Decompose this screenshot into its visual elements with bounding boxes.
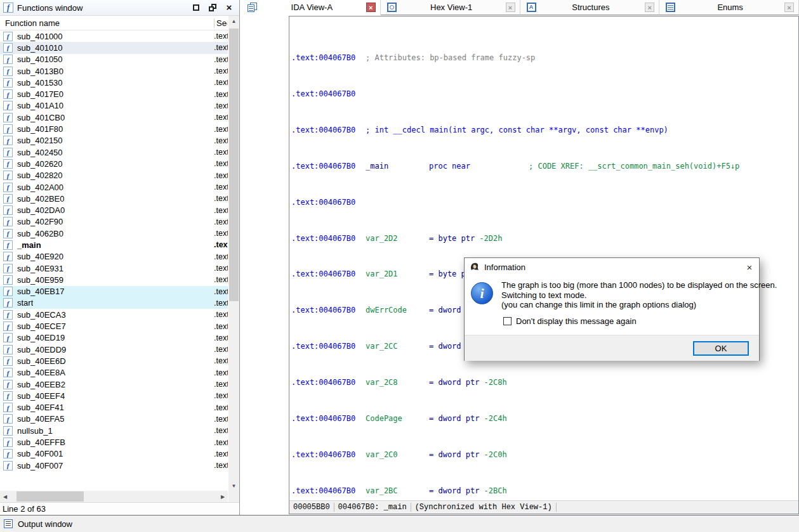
scroll-left-icon[interactable]: ◀: [0, 491, 10, 502]
function-row[interactable]: f sub_401010 .text: [0, 42, 228, 53]
function-icon: f: [3, 380, 13, 389]
function-row[interactable]: f sub_40F007 .text: [0, 460, 228, 471]
disasm-statusbar: 00005BB0 004067B0: _main (Synchronized w…: [289, 500, 798, 514]
function-row[interactable]: f sub_40EDD9 .text: [0, 344, 228, 355]
disasm-line[interactable]: .text:004067B0; Attributes: bp-based fra…: [291, 53, 798, 63]
function-row[interactable]: f sub_402A00 .text: [0, 181, 228, 193]
tab-ida-view-a[interactable]: IDA View-A ×: [241, 0, 381, 15]
function-row[interactable]: f sub_401050 .text: [0, 54, 228, 65]
disasm-value: -2D2h: [479, 234, 502, 243]
function-row[interactable]: f sub_40E931 .text: [0, 263, 228, 274]
disasm-line[interactable]: .text:004067B0; int __cdecl main(int arg…: [291, 126, 798, 135]
function-row[interactable]: f sub_401A10 .text: [0, 100, 228, 112]
disasm-line[interactable]: .text:004067B0var_2C0= dword ptr-2C0h: [291, 450, 798, 460]
function-row[interactable]: f sub_401530 .text: [0, 77, 228, 88]
function-row[interactable]: f sub_40ECA3 .text: [0, 309, 228, 320]
disasm-line[interactable]: .text:004067B0: [291, 198, 798, 207]
tab-enums[interactable]: Enums ×: [659, 0, 799, 15]
function-name-cell: sub_40EE6D: [17, 356, 66, 366]
ok-button[interactable]: OK: [693, 341, 749, 356]
function-row[interactable]: f _main .text: [0, 239, 228, 250]
disasm-address: .text:004067B0: [291, 53, 366, 63]
function-row[interactable]: f sub_40EFA5 .text: [0, 413, 228, 425]
function-row[interactable]: f nullsub_1 .text: [0, 425, 228, 436]
function-row[interactable]: f sub_40EB17 .text: [0, 286, 228, 297]
disasm-line[interactable]: .text:004067B0var_2BC= dword ptr-2BCh: [291, 486, 798, 496]
scroll-up-icon[interactable]: ▲: [228, 16, 239, 26]
function-row[interactable]: f sub_402DA0 .text: [0, 204, 228, 216]
disasm-symbol: CodePage: [366, 414, 429, 424]
function-icon: f: [3, 78, 13, 88]
dont-display-again-checkbox[interactable]: [503, 317, 512, 325]
dialog-close-icon[interactable]: ×: [740, 259, 759, 275]
output-window-tab[interactable]: Output window: [18, 519, 72, 529]
disasm-line[interactable]: .text:004067B0var_2D2= byte ptr-2D2h: [291, 234, 798, 243]
column-header-segment[interactable]: Segment: [214, 18, 227, 28]
function-name-cell: sub_40E931: [17, 264, 63, 273]
tab-close-icon[interactable]: ×: [366, 3, 376, 12]
segment-cell: .text: [214, 322, 228, 331]
function-icon: f: [3, 113, 13, 122]
function-row[interactable]: f sub_402450 .text: [0, 146, 228, 158]
function-icon: f: [3, 287, 13, 296]
function-row[interactable]: f sub_402BE0 .text: [0, 193, 228, 204]
restore-button[interactable]: [208, 3, 218, 13]
disasm-address: .text:004067B0: [291, 269, 366, 279]
function-icon: f: [3, 194, 13, 204]
function-row[interactable]: f sub_40EFFB .text: [0, 436, 228, 448]
function-row[interactable]: f sub_4062B0 .text: [0, 228, 228, 239]
disasm-line[interactable]: .text:004067B0: [291, 89, 798, 99]
column-header-function-name[interactable]: Function name: [5, 18, 60, 28]
function-icon: f: [3, 438, 13, 447]
function-row[interactable]: f start .text: [0, 297, 228, 309]
tab-hex-view-1[interactable]: Hex View-1 ×: [381, 0, 520, 15]
function-row[interactable]: f sub_402F90 .text: [0, 216, 228, 228]
function-row[interactable]: f sub_401000 .text: [0, 30, 228, 42]
disasm-line[interactable]: .text:004067B0CodePage= dword ptr-2C4h: [291, 414, 798, 424]
function-name-cell: sub_402820: [17, 171, 63, 180]
scroll-right-icon[interactable]: ▶: [218, 491, 228, 502]
close-button[interactable]: ×: [224, 3, 234, 13]
disasm-line[interactable]: .text:004067B0_mainproc near; CODE XREF:…: [291, 162, 798, 171]
function-row[interactable]: f sub_40ED19 .text: [0, 332, 228, 344]
tab-close-icon[interactable]: ×: [506, 3, 515, 12]
segment-cell: .text: [214, 183, 228, 191]
function-row[interactable]: f sub_401F80 .text: [0, 123, 228, 134]
function-row[interactable]: f sub_40EEB2 .text: [0, 379, 228, 390]
functions-horizontal-scrollbar[interactable]: ◀ ▶: [0, 491, 228, 502]
segment-cell: .text: [214, 450, 228, 458]
close-icon: ×: [227, 3, 232, 12]
horizontal-scrollbar-thumb[interactable]: [17, 491, 84, 502]
function-row[interactable]: f sub_40E959 .text: [0, 274, 228, 285]
functions-vertical-scrollbar[interactable]: ▲ ▼: [228, 16, 239, 491]
tab-close-icon[interactable]: ×: [645, 3, 654, 12]
dialog-titlebar[interactable]: Information ×: [465, 258, 759, 276]
functions-window-title: Functions window: [17, 3, 83, 13]
function-row[interactable]: f sub_40F001 .text: [0, 448, 228, 460]
maximize-button[interactable]: [191, 3, 201, 13]
function-row[interactable]: f sub_401CB0 .text: [0, 112, 228, 123]
disasm-line[interactable]: .text:004067B0var_2C8= dword ptr-2C8h: [291, 378, 798, 387]
enums-icon: [666, 3, 676, 13]
function-row[interactable]: f sub_402150 .text: [0, 135, 228, 146]
tab-close-icon[interactable]: ×: [784, 3, 794, 12]
scroll-down-icon[interactable]: ▼: [228, 481, 239, 491]
vertical-scrollbar-thumb[interactable]: [229, 29, 239, 301]
disasm-symbol: var_2D2: [366, 234, 429, 243]
function-row[interactable]: f sub_40EF41 .text: [0, 402, 228, 413]
tab-structures[interactable]: A Structures ×: [520, 0, 660, 15]
disasm-symbol: var_2BC: [366, 486, 429, 496]
functions-window-titlebar[interactable]: f Functions window ×: [0, 0, 239, 16]
function-row[interactable]: f sub_40EE8A .text: [0, 367, 228, 379]
function-name-cell: sub_40EEB2: [17, 380, 65, 389]
disasm-symbol: _main: [366, 162, 429, 171]
function-row[interactable]: f sub_402620 .text: [0, 158, 228, 169]
function-row[interactable]: f sub_40EE6D .text: [0, 355, 228, 367]
disasm-symbol: var_2C0: [366, 450, 429, 460]
function-row[interactable]: f sub_40EEF4 .text: [0, 390, 228, 401]
function-row[interactable]: f sub_4017E0 .text: [0, 88, 228, 100]
function-row[interactable]: f sub_40E920 .text: [0, 251, 228, 263]
function-row[interactable]: f sub_4013B0 .text: [0, 65, 228, 77]
function-row[interactable]: f sub_40ECE7 .text: [0, 320, 228, 332]
function-row[interactable]: f sub_402820 .text: [0, 170, 228, 181]
